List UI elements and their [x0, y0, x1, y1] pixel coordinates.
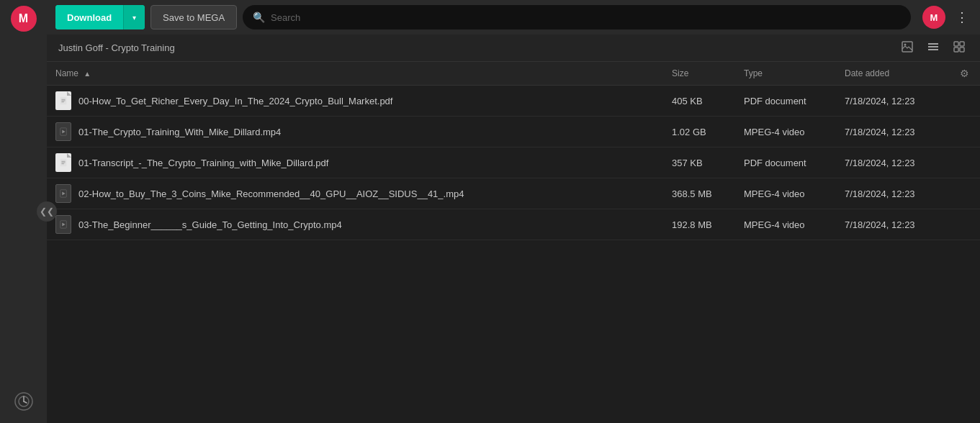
main-content: Download ▾ Save to MEGA 🔍 M ⋮ Justin Gof… [47, 0, 980, 423]
file-type: PDF document [735, 86, 836, 117]
more-options-button[interactable]: ⋮ [953, 6, 971, 28]
logo-letter: M [19, 12, 28, 25]
list-view-icon[interactable] [924, 39, 943, 58]
pathbar: Justin Goff - Crypto Training [47, 35, 980, 62]
save-to-mega-button[interactable]: Save to MEGA [150, 5, 237, 29]
download-button-group: Download ▾ [55, 5, 145, 29]
file-size: 192.8 MB [663, 209, 735, 240]
sidebar-bottom [11, 388, 37, 414]
file-date: 7/18/2024, 12:23 [836, 209, 951, 240]
pdf-icon [59, 96, 68, 105]
search-icon: 🔍 [253, 12, 265, 23]
image-view-icon[interactable] [898, 39, 917, 58]
breadcrumb: Justin Goff - Crypto Training [58, 42, 175, 53]
file-name: 02-How_to_Buy_The_3_Coins_Mike_Recommend… [78, 188, 464, 199]
svg-rect-10 [960, 42, 964, 46]
file-actions [951, 86, 980, 117]
table-row[interactable]: 01-The_Crypto_Training_With_Mike_Dillard… [47, 117, 980, 147]
table-row[interactable]: 02-How_to_Buy_The_3_Coins_Mike_Recommend… [47, 178, 980, 209]
download-dropdown-button[interactable]: ▾ [123, 5, 145, 29]
avatar-letter: M [930, 12, 938, 23]
search-bar: 🔍 [243, 5, 911, 29]
file-size: 405 KB [663, 86, 735, 117]
file-actions [951, 178, 980, 209]
sidebar-collapse-button[interactable]: ❮❮ [37, 201, 57, 222]
svg-point-5 [904, 43, 907, 45]
file-table: Name ▲ Size Type Date added ⚙ [47, 62, 980, 240]
table-row[interactable]: 03-The_Beginner______s_Guide_To_Getting_… [47, 209, 980, 240]
video-icon [59, 127, 68, 136]
topbar-right: M ⋮ [922, 6, 971, 29]
file-date: 7/18/2024, 12:23 [836, 147, 951, 178]
column-header-name[interactable]: Name ▲ [47, 62, 663, 86]
circle-speed-icon [14, 391, 34, 411]
video-icon [59, 220, 68, 229]
file-date: 7/18/2024, 12:23 [836, 86, 951, 117]
file-name: 01-Transcript_-_The_Crypto_Training_with… [78, 158, 328, 168]
table-header-row: Name ▲ Size Type Date added ⚙ [47, 62, 980, 86]
column-header-settings: ⚙ [951, 62, 980, 86]
file-type: PDF document [735, 147, 836, 178]
file-icon [55, 215, 71, 234]
file-icon [55, 153, 71, 172]
grid-view-icon[interactable] [950, 39, 968, 58]
file-size: 357 KB [663, 147, 735, 178]
table-row[interactable]: 01-Transcript_-_The_Crypto_Training_with… [47, 147, 980, 178]
svg-rect-11 [954, 47, 958, 52]
file-icon [55, 122, 71, 141]
file-date: 7/18/2024, 12:23 [836, 117, 951, 147]
table-row[interactable]: 00-How_To_Get_Richer_Every_Day_In_The_20… [47, 86, 980, 117]
download-button[interactable]: Download [55, 5, 123, 29]
file-type: MPEG-4 video [735, 117, 836, 147]
mega-logo[interactable]: M [11, 6, 37, 32]
pdf-icon [59, 158, 68, 167]
sort-icon-name: ▲ [84, 70, 91, 78]
settings-gear-icon[interactable]: ⚙ [960, 68, 969, 79]
video-icon [59, 189, 68, 198]
column-header-type: Type [735, 62, 836, 86]
pathbar-view-icons [898, 39, 968, 58]
file-actions [951, 117, 980, 147]
sidebar-bottom-icon[interactable] [11, 388, 37, 414]
file-actions [951, 147, 980, 178]
file-name: 03-The_Beginner______s_Guide_To_Getting_… [78, 219, 342, 230]
file-type: MPEG-4 video [735, 178, 836, 209]
svg-rect-9 [954, 42, 958, 46]
file-table-body: 00-How_To_Get_Richer_Every_Day_In_The_20… [47, 86, 980, 240]
search-input[interactable] [271, 12, 901, 23]
column-header-size: Size [663, 62, 735, 86]
file-area: Name ▲ Size Type Date added ⚙ [47, 62, 980, 423]
file-size: 1.02 GB [663, 117, 735, 147]
file-icon [55, 184, 71, 203]
column-header-date: Date added [836, 62, 951, 86]
file-name: 01-The_Crypto_Training_With_Mike_Dillard… [78, 127, 281, 137]
chevron-down-icon: ▾ [132, 14, 136, 22]
file-actions [951, 209, 980, 240]
file-name: 00-How_To_Get_Richer_Every_Day_In_The_20… [78, 96, 392, 106]
file-type: MPEG-4 video [735, 209, 836, 240]
svg-line-3 [24, 401, 27, 403]
file-size: 368.5 MB [663, 178, 735, 209]
sidebar: M ❮❮ [0, 0, 47, 423]
svg-rect-12 [960, 47, 964, 52]
file-icon [55, 91, 71, 110]
svg-rect-4 [902, 42, 912, 52]
file-date: 7/18/2024, 12:23 [836, 178, 951, 209]
user-avatar-button[interactable]: M [922, 6, 945, 29]
topbar: Download ▾ Save to MEGA 🔍 M ⋮ [47, 0, 980, 35]
